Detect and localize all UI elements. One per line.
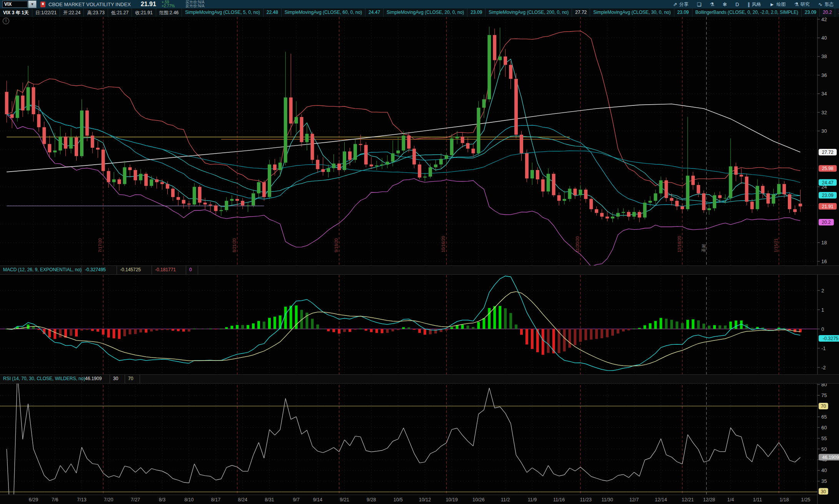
macd-histogram-bar [177,329,180,331]
chart-canvas[interactable]: 7/17/208/21/209/18/2010/16/2011/20/2012/… [0,0,839,504]
axis-tick-label: 35 [821,478,827,484]
candle [493,35,496,60]
candle [386,162,389,164]
candle [91,136,94,148]
candle [295,117,298,123]
macd-histogram-bar [504,308,507,329]
macd-histogram-bar [59,329,62,337]
candle [305,134,309,142]
rsi-study-label[interactable]: RSI (14, 70, 30, CLOSE, WILDERS, no) [0,375,82,383]
axis-tick-label: 30 [821,128,827,134]
macd-histogram-bar [418,329,421,333]
price-axis[interactable]: 42403836343230241816210-1-28075656055504… [817,17,839,504]
macd-histogram-bar [102,329,105,335]
macd-histogram-bar [236,325,239,329]
info-icon[interactable]: i [3,18,9,24]
macd-histogram-bar [53,329,56,339]
candle [498,57,502,60]
candle [761,186,764,193]
candle [573,189,577,195]
macd-histogram-bar [155,329,158,331]
macd-histogram-bar [665,319,667,329]
candle [177,197,180,200]
candle [310,134,314,160]
macd-histogram-bar [139,329,142,332]
date-label: 1/18 [779,497,789,502]
macd-histogram-bar [590,329,592,340]
macd-histogram-bar [322,329,324,329]
candle [439,159,443,165]
candle [563,199,566,201]
date-label: 8/3 [159,497,165,502]
candle [659,180,663,194]
candle [605,217,609,219]
macd-header: MACD (12, 26, 9, EXPONENTIAL, no) -0.327… [0,265,839,275]
axis-tick-label: 32 [821,110,827,115]
macd-histogram-bar [638,328,641,329]
candle [788,194,791,209]
macd-histogram-bar [547,329,550,353]
svg-text:23.09: 23.09 [822,193,833,198]
candle [235,199,239,201]
candle [649,201,652,203]
date-label: 10/5 [394,497,403,502]
macd-histogram-bar [660,318,662,329]
macd-histogram-bar [633,329,636,329]
candle [734,166,738,175]
candle [740,175,743,177]
axis-tick-label: 16 [821,259,827,264]
date-label: 9/14 [313,497,322,502]
macd-histogram-bar [284,307,287,329]
macd-histogram-bar [611,329,614,336]
macd-histogram-bar [407,327,410,329]
candle [112,179,116,182]
candle [273,165,277,170]
candle [128,167,132,170]
macd-histogram-bar [563,329,566,351]
candle [284,97,287,162]
macd-histogram-bar [719,325,721,329]
macd-histogram-bar [172,329,174,331]
candle [252,194,255,206]
macd-histogram-bar [413,329,415,330]
macd-study-label[interactable]: MACD (12, 26, 9, EXPONENTIAL, no) [0,266,82,274]
candle [69,137,73,149]
candle [85,110,89,135]
expiration-date-label: 8/21/20 [232,238,237,252]
candle [364,145,368,165]
macd-histogram-bar [397,329,399,330]
macd-histogram-bar [445,329,448,330]
date-label: 1/4 [727,497,734,502]
macd-histogram-bar [113,329,115,339]
candle [37,114,40,127]
expiration-date-label: 7/17/20 [98,238,102,252]
candle [466,143,470,149]
candle [230,199,234,201]
candle [5,92,8,114]
candle [600,213,604,217]
candle [445,155,448,159]
date-label: 10/19 [446,497,458,502]
candle [348,152,352,160]
date-label: 9/28 [367,497,376,502]
candle [482,99,486,108]
candle [751,202,754,209]
macd-histogram-bar [525,329,528,344]
date-label: 8/31 [265,497,274,502]
macd-histogram-bar [617,329,619,334]
macd-histogram-bar [128,329,131,334]
candle [321,169,325,172]
candle [429,167,432,177]
macd-histogram-bar [316,325,319,329]
candle [102,150,105,171]
date-label: 12/14 [655,497,667,502]
candle [681,206,684,209]
macd-histogram-bar [644,325,646,329]
axis-tick-label: 60 [821,425,827,431]
macd-avg-value: -0.145725 [117,266,152,274]
macd-histogram-bar [215,329,217,329]
candle [579,190,582,195]
macd-histogram-bar [542,329,544,355]
date-label: 11/16 [553,497,565,502]
candle [675,201,679,207]
